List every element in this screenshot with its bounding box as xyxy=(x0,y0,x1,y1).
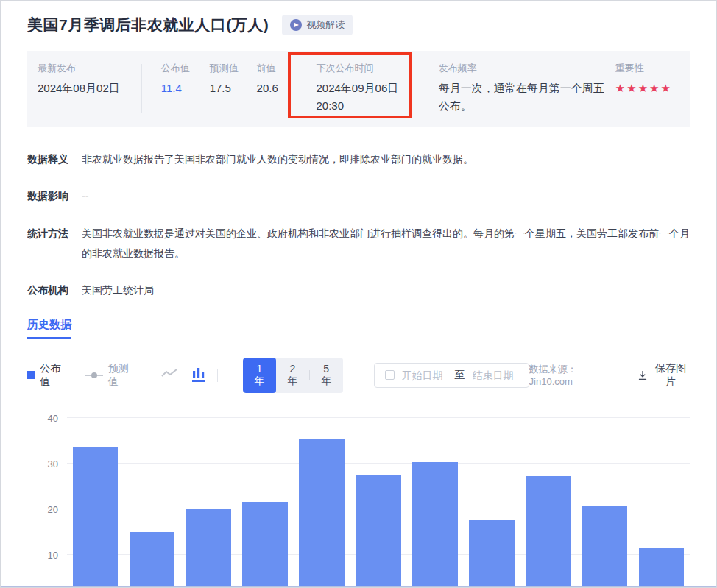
history-section: 历史数据 xyxy=(27,318,690,339)
info-content: 非农就业数据报告了美国非农部门就业人数的变动情况，即排除农业部门的就业数据。 xyxy=(82,149,690,169)
bar-slot xyxy=(463,418,520,588)
frequency-column: 发布频率 每月一次，通常在每月第一个周五公布。 xyxy=(439,63,615,114)
bar-2023年9月[interactable] xyxy=(73,447,119,588)
info-label: 数据释义 xyxy=(27,149,82,169)
range-button-1y[interactable]: 1年 xyxy=(243,358,276,393)
latest-release-value: 2024年08月02日 xyxy=(38,79,128,96)
chart-controls: 公布值 预测值 1年 2年 5年 至 数据来源 xyxy=(27,358,690,393)
video-explain-button[interactable]: ▶ 视频解读 xyxy=(282,15,353,35)
calendar-icon xyxy=(385,370,395,380)
legend-forecast-label: 预测值 xyxy=(108,362,137,389)
published-value-column: 公布值 11.4 xyxy=(161,63,198,97)
save-image-button[interactable]: 保存图片 xyxy=(638,362,690,389)
forecast-value: 17.5 xyxy=(210,79,247,96)
bar-slot xyxy=(633,418,690,588)
importance-column: 重要性 ★★★★★ xyxy=(615,63,672,97)
frequency-label: 发布频率 xyxy=(439,63,615,74)
legend-published-label: 公布值 xyxy=(40,362,68,389)
y-axis-tick: 30 xyxy=(30,458,58,468)
indicator-detail-page: 美国7月季调后非农就业人口(万人) ▶ 视频解读 最新发布 2024年08月02… xyxy=(0,0,717,588)
range-switcher: 1年 2年 5年 xyxy=(243,358,343,393)
controls-right: 数据来源：Jin10.com 保存图片 xyxy=(529,362,690,389)
date-range-separator: 至 xyxy=(455,369,465,382)
importance-label: 重要性 xyxy=(615,63,672,74)
y-axis-tick: 10 xyxy=(30,550,58,559)
latest-release-label: 最新发布 xyxy=(38,63,128,74)
play-icon: ▶ xyxy=(290,19,302,31)
legend-forecast[interactable]: 预测值 xyxy=(85,362,137,389)
bar-2024年4月[interactable] xyxy=(469,520,515,588)
line-chart-icon[interactable] xyxy=(161,368,177,382)
info-label: 数据影响 xyxy=(27,186,82,206)
legend-square-icon xyxy=(27,371,35,379)
bar-slot xyxy=(350,418,407,588)
bar-2024年5月[interactable] xyxy=(526,476,571,588)
y-axis-tick: 20 xyxy=(30,504,58,514)
legend-published[interactable]: 公布值 xyxy=(27,362,68,389)
info-row-definition: 数据释义 非农就业数据报告了美国非农部门就业人数的变动情况，即排除农业部门的就业… xyxy=(27,149,690,169)
bar-2024年7月[interactable] xyxy=(639,548,685,588)
next-release-date: 2024年09月06日 xyxy=(317,79,415,96)
bar-slot xyxy=(180,418,237,588)
info-sections: 数据释义 非农就业数据报告了美国非农部门就业人数的变动情况，即排除农业部门的就业… xyxy=(27,149,690,300)
divider xyxy=(141,64,142,113)
next-release-column: 下次公布时间 2024年09月06日 20:30 xyxy=(317,63,415,114)
bar-2023年12月[interactable] xyxy=(242,502,288,588)
tab-history-data[interactable]: 历史数据 xyxy=(27,318,71,339)
bar-2024年6月[interactable] xyxy=(582,506,628,588)
divider xyxy=(149,369,149,382)
bar-slot xyxy=(520,418,576,588)
previous-value-column: 前值 20.6 xyxy=(257,63,292,97)
info-row-impact: 数据影响 -- xyxy=(27,186,690,206)
page-header: 美国7月季调后非农就业人口(万人) ▶ 视频解读 xyxy=(1,1,716,35)
end-date-input[interactable] xyxy=(473,369,518,381)
bottom-accent-line xyxy=(1,586,716,587)
save-image-label: 保存图片 xyxy=(651,362,690,389)
bar-2024年3月[interactable] xyxy=(412,462,458,588)
bar-slot xyxy=(237,418,294,588)
page-title: 美国7月季调后非农就业人口(万人) xyxy=(27,15,269,35)
bar-slot xyxy=(294,418,350,588)
history-chart: 010203040 2023年 9月2023年 11月2024年 1月2024年… xyxy=(27,418,690,588)
bar-slot xyxy=(67,418,124,588)
divider xyxy=(626,369,626,382)
data-source-text: 数据来源：Jin10.com xyxy=(529,363,615,387)
bar-2023年11月[interactable] xyxy=(186,509,232,588)
previous-value: 20.6 xyxy=(257,79,292,96)
bar-2024年2月[interactable] xyxy=(356,475,401,588)
bar-slot xyxy=(576,418,633,588)
date-range-picker[interactable]: 至 xyxy=(374,363,529,388)
summary-bar-wrap: 最新发布 2024年08月02日 公布值 11.4 预测值 17.5 前值 20… xyxy=(27,51,690,127)
info-content: 美国劳工统计局 xyxy=(82,280,690,300)
range-button-5y[interactable]: 5年 xyxy=(310,358,343,393)
bar-2023年10月[interactable] xyxy=(130,532,175,588)
y-axis-tick: 40 xyxy=(30,413,58,422)
info-label: 统计方法 xyxy=(27,224,82,263)
next-release-time: 20:30 xyxy=(317,97,415,114)
divider xyxy=(297,64,297,113)
forecast-value-column: 预测值 17.5 xyxy=(210,63,247,97)
info-label: 公布机构 xyxy=(27,280,82,300)
next-release-label: 下次公布时间 xyxy=(317,63,415,74)
summary-bar: 最新发布 2024年08月02日 公布值 11.4 预测值 17.5 前值 20… xyxy=(27,51,690,127)
chart-type-switcher xyxy=(161,368,205,382)
bar-chart-icon[interactable] xyxy=(192,368,205,382)
bar-2024年1月[interactable] xyxy=(299,439,345,588)
published-value: 11.4 xyxy=(161,79,198,96)
info-content: -- xyxy=(82,186,690,206)
frequency-value: 每月一次，通常在每月第一个周五公布。 xyxy=(439,79,615,114)
importance-stars: ★★★★★ xyxy=(615,79,672,96)
published-value-label: 公布值 xyxy=(161,63,198,74)
start-date-input[interactable] xyxy=(402,369,448,381)
info-row-methodology: 统计方法 美国非农就业数据是通过对美国的企业、政府机构和非农业部门进行抽样调查得… xyxy=(27,224,690,263)
chart-plot: 010203040 xyxy=(67,418,690,588)
download-icon xyxy=(638,370,647,380)
bar-slot xyxy=(124,418,180,588)
chart-bars xyxy=(67,418,690,588)
latest-release-column: 最新发布 2024年08月02日 xyxy=(38,63,128,97)
info-row-agency: 公布机构 美国劳工统计局 xyxy=(27,280,690,300)
previous-value-label: 前值 xyxy=(257,63,292,74)
range-button-2y[interactable]: 2年 xyxy=(276,358,309,393)
legend-line-icon xyxy=(85,372,102,379)
bar-slot xyxy=(406,418,463,588)
